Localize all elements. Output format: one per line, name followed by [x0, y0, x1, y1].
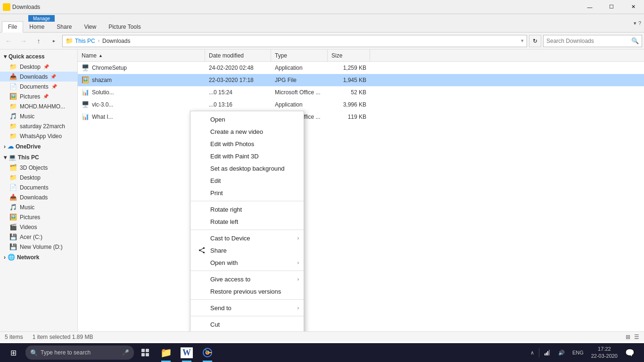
chrome-type: Application [271, 62, 328, 74]
tab-share[interactable]: Share [50, 21, 78, 32]
sidebar-item-acer[interactable]: 💾 Acer (C:) [0, 232, 77, 242]
search-input[interactable] [546, 38, 629, 44]
give-access-arrow-icon: › [297, 277, 299, 282]
up-button[interactable]: ↑ [32, 34, 45, 48]
sidebar-item-pictures2[interactable]: 🖼️ Pictures [0, 212, 77, 222]
sidebar-item-pictures[interactable]: 🖼️ Pictures 📌 [0, 91, 77, 101]
tab-file[interactable]: File [2, 21, 23, 33]
taskbar-sys-tray-expand[interactable]: ∧ [527, 343, 538, 362]
ctx-cut[interactable]: Cut [190, 318, 304, 330]
tab-picture-tools[interactable]: Picture Tools [102, 21, 147, 32]
col-header-date[interactable]: Date modified [205, 49, 271, 61]
ctx-restore[interactable]: Restore previous versions [190, 285, 304, 297]
taskbar-lang-icon[interactable]: ENG [569, 343, 587, 362]
ctx-send-to[interactable]: Send to › [190, 302, 304, 314]
sidebar-section-onedrive[interactable]: › ☁ OneDrive [0, 141, 77, 152]
table-row[interactable]: 🖥️ ChromeSetup 24-02-2020 02:48 Applicat… [78, 62, 644, 74]
taskbar-notification-button[interactable]: 🗨️ [621, 343, 638, 362]
table-row[interactable]: 🖼️ shazam 22-03-2020 17:18 JPG File 1,94… [78, 74, 644, 86]
sidebar-item-desktop2[interactable]: 📁 Desktop [0, 173, 77, 182]
sidebar-item-mohd[interactable]: 📁 MOHD.MAHMO... [0, 101, 77, 111]
sidebar-item-saturday[interactable]: 📁 saturday 22march [0, 121, 77, 131]
ctx-cut-label: Cut [210, 321, 220, 328]
tab-view[interactable]: View [78, 21, 102, 32]
start-button[interactable]: ⊞ [2, 343, 25, 362]
tab-home[interactable]: Home [23, 21, 50, 32]
taskbar-app-chrome[interactable] [197, 343, 218, 362]
ctx-cast[interactable]: Cast to Device › [190, 232, 304, 244]
sidebar-item-documents2[interactable]: 📄 Documents [0, 182, 77, 192]
ctx-open-with[interactable]: Open with › [190, 256, 304, 269]
solutio-type: Microsoft Office ... [271, 86, 328, 98]
ctx-share[interactable]: Share [190, 244, 304, 256]
col-header-name[interactable]: Name ▲ [78, 49, 205, 61]
svg-rect-10 [146, 353, 149, 356]
col-header-type[interactable]: Type [271, 49, 328, 61]
ribbon-collapse-icon[interactable]: ▾ [634, 20, 636, 26]
taskbar-app-explorer[interactable]: 📁 [156, 343, 176, 362]
taskbar-clock[interactable]: 17:22 22-03-2020 [587, 343, 621, 362]
grid-view-icon[interactable]: ⊞ [626, 334, 630, 340]
ribbon-help-icon[interactable]: ? [638, 20, 641, 26]
table-row[interactable]: 🖥️ vlc-3.0... ...0 13:16 Application 3,9… [78, 99, 644, 111]
back-button[interactable]: ← [2, 34, 15, 48]
sidebar-item-new-volume[interactable]: 💾 New Volume (D:) [0, 242, 77, 252]
downloads-icon: 📥 [9, 73, 17, 80]
sidebar-item-videos[interactable]: 🎬 Videos [0, 222, 77, 232]
forward-button[interactable]: → [17, 34, 30, 48]
minimize-button[interactable]: — [579, 0, 601, 14]
sidebar-item-desktop[interactable]: 📁 Desktop 📌 [0, 62, 77, 72]
sidebar-item-music[interactable]: 🎵 Music [0, 111, 77, 121]
list-view-icon[interactable]: ☰ [634, 334, 639, 340]
close-button[interactable]: ✕ [622, 0, 644, 14]
taskbar-show-desktop[interactable] [638, 343, 642, 362]
vlc-size: 3,996 KB [328, 99, 370, 110]
vlc-type: Application [271, 99, 328, 110]
table-row[interactable]: 📊 What I... ...0 15:25 Microsoft Office … [78, 111, 644, 123]
taskbar-network-icon[interactable] [540, 343, 554, 362]
sidebar-section-network[interactable]: › 🌐 Network [0, 252, 77, 263]
sidebar-item-label-pictures2: Pictures [20, 214, 40, 221]
refresh-button[interactable]: ↻ [529, 35, 541, 47]
sidebar-section-this-pc[interactable]: ▾ 💻 This PC [0, 152, 77, 163]
ctx-print[interactable]: Print [190, 187, 304, 199]
address-this-pc[interactable]: This PC [75, 38, 95, 44]
taskbar-app-word[interactable]: W [176, 343, 197, 362]
sidebar-item-label-videos: Videos [20, 224, 37, 230]
address-dropdown-icon[interactable]: ▾ [521, 38, 524, 44]
taskbar-volume-icon[interactable]: 🔊 [554, 343, 569, 362]
ctx-copy[interactable]: Copy [190, 330, 304, 331]
sidebar-item-music2[interactable]: 🎵 Music [0, 202, 77, 212]
acer-icon: 💾 [9, 233, 17, 240]
sidebar-item-label-new-volume: New Volume (D:) [20, 244, 63, 250]
ctx-rotate-left[interactable]: Rotate left [190, 215, 304, 228]
col-header-size[interactable]: Size [328, 49, 370, 61]
maximize-button[interactable]: ☐ [601, 0, 622, 14]
sidebar-item-label-documents: Documents [20, 83, 49, 90]
sidebar-item-3d-objects[interactable]: 🗂️ 3D Objects [0, 163, 77, 173]
taskbar-app-task-view[interactable] [135, 343, 156, 362]
ctx-edit-photos[interactable]: Edit with Photos [190, 138, 304, 150]
sidebar-section-quick-access[interactable]: ▾ Quick access [0, 51, 77, 62]
ctx-desktop-bg[interactable]: Set as desktop background [190, 162, 304, 174]
expand-arrow-button[interactable]: ▸ [47, 34, 60, 48]
sidebar-item-documents[interactable]: 📄 Documents 📌 [0, 82, 77, 91]
ctx-create-video[interactable]: Create a new video [190, 125, 304, 138]
send-to-icon [198, 304, 206, 312]
ctx-open[interactable]: Open [190, 113, 304, 125]
ctx-edit[interactable]: Edit [190, 174, 304, 187]
downloads2-icon: 📥 [9, 194, 17, 201]
sidebar-item-downloads[interactable]: 📥 Downloads 📌 [0, 72, 77, 82]
file-area: Name ▲ Date modified Type Size 🖥️ Chrome… [78, 49, 644, 331]
taskbar-search-box[interactable]: 🔍 Type here to search 🎤 [25, 346, 134, 360]
table-row[interactable]: 📊 Solutio... ...0 15:24 Microsoft Office… [78, 86, 644, 99]
sidebar-item-whatsapp[interactable]: 📁 WhatsApp Video [0, 131, 77, 141]
sidebar-item-downloads2[interactable]: 📥 Downloads [0, 192, 77, 202]
search-icon[interactable]: 🔍 [631, 37, 639, 44]
ctx-give-access[interactable]: Give access to › [190, 273, 304, 285]
ctx-edit-paint3d[interactable]: Edit with Paint 3D [190, 150, 304, 162]
microphone-icon[interactable]: 🎤 [122, 349, 129, 356]
shazam-type: JPG File [271, 74, 328, 86]
ctx-rotate-right[interactable]: Rotate right [190, 203, 304, 215]
shazam-file-icon: 🖼️ [82, 76, 89, 84]
